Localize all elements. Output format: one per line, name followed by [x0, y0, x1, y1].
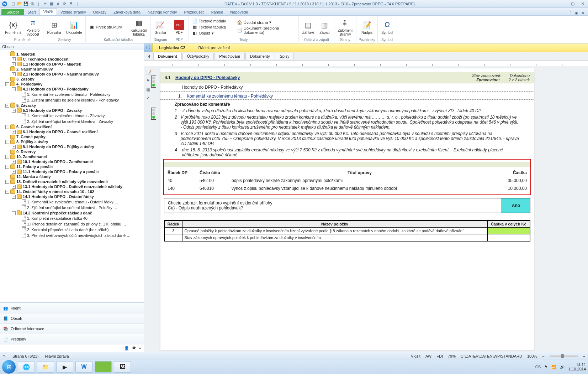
expand-icon[interactable]: +: [12, 185, 16, 189]
btn-prvek[interactable]: ▣Prvek struktury: [88, 24, 127, 30]
qat-cut-icon[interactable]: ✂: [43, 1, 48, 6]
nav-tool2-icon[interactable]: 🛠: [132, 346, 136, 350]
tree-item[interactable]: 2. Zjištění směřující ke sdělení kliento…: [1, 205, 143, 211]
tree-item[interactable]: −4.1 Hodnoty do DPPO - Pohledávky: [1, 87, 143, 92]
btn-uvod[interactable]: 🏠Úvodní strana ▾: [236, 20, 296, 25]
task-explorer[interactable]: 📁: [37, 361, 54, 373]
tab-vlozit[interactable]: Vložit: [39, 8, 57, 15]
tree-item[interactable]: +6.1 Hodnoty do DPPO - Časové rozlišení: [1, 129, 143, 134]
minimize-button[interactable]: —: [560, 1, 566, 6]
ribbon-close-icon[interactable]: ✕: [581, 11, 584, 15]
tray-sound-icon[interactable]: 🔊: [560, 365, 565, 369]
tab-odkazy[interactable]: Odkazy: [90, 9, 110, 15]
tree-item[interactable]: +10.1 Hodnoty do DPPO - Zaměstnanci: [1, 159, 143, 164]
tree-item[interactable]: +1.1 Hodnoty do DPPO - Majetek: [1, 62, 143, 67]
tab-prezkouset[interactable]: Přezkoušet: [180, 9, 207, 15]
tree-view[interactable]: 1. Majetek +C. Technické zhodnocení +1.1…: [0, 50, 144, 302]
collapse-icon[interactable]: −: [5, 125, 9, 129]
tree-item[interactable]: 1. Komentář ke zvolenému tématu - Závazk…: [1, 113, 143, 119]
collapse-icon[interactable]: −: [5, 140, 9, 144]
tray-network-icon[interactable]: 📶: [551, 365, 556, 369]
tree-item[interactable]: −8. Půjčky a úvěry: [1, 139, 143, 144]
tree-item[interactable]: +13.1 Hodnoty do DPPO - Daňově neuznatel…: [1, 184, 143, 189]
btn-textmod[interactable]: 📄Textové moduly: [191, 18, 234, 24]
tree-item[interactable]: 1.i Přenos detailních záznamů do přílohy…: [1, 221, 143, 227]
task-media[interactable]: ▶: [56, 361, 73, 373]
qat-list-icon[interactable]: ≣: [68, 1, 73, 6]
tab-vzhled[interactable]: Vzhled stránky: [57, 9, 90, 15]
tree-item[interactable]: +8.1 Hodnoty do DPPO - Půjčky a úvěry: [1, 144, 143, 149]
tab-napoveda[interactable]: Nápověda: [227, 9, 251, 15]
task-ie[interactable]: 🌐: [18, 361, 35, 373]
nav-expand-icon[interactable]: »: [139, 346, 141, 350]
zoom-in-icon[interactable]: +: [583, 354, 585, 358]
task-app-w[interactable]: W: [75, 361, 92, 373]
collapse-icon[interactable]: −: [5, 190, 9, 194]
tree-item[interactable]: −5.1 Hodnoty do DPPO - Závazky: [1, 108, 143, 113]
qat-hash-icon[interactable]: #: [55, 1, 60, 6]
tree-item[interactable]: 2. Kontrolní přepočet základu daně (bez …: [1, 227, 143, 233]
qat-save-icon[interactable]: 💾: [23, 1, 28, 6]
qat-print-icon[interactable]: 🖶: [30, 1, 35, 6]
doctab-spisy[interactable]: Spisy: [275, 53, 294, 59]
task-app-green[interactable]: [95, 361, 112, 373]
tree-item[interactable]: 2. Zjištění směřující ke sdělení kliento…: [1, 119, 143, 124]
collapse-icon[interactable]: −: [5, 165, 9, 169]
expand-icon[interactable]: +: [12, 170, 16, 174]
doctab-preuc[interactable]: Přeúčtování: [214, 53, 245, 59]
tab-nahled[interactable]: Náhled: [207, 9, 227, 15]
collapse-icon[interactable]: −: [5, 155, 9, 159]
tree-item[interactable]: 12. Manka a škody: [1, 174, 143, 179]
btn-pdf[interactable]: PDFPDF: [172, 19, 186, 35]
btn-zahlavi[interactable]: ▤Záhlaví: [301, 19, 316, 35]
tree-item[interactable]: −5. Závazky: [1, 103, 143, 108]
tree-item[interactable]: 1. Majetek: [1, 52, 143, 57]
collapse-icon[interactable]: −: [12, 87, 16, 91]
tree-item[interactable]: 2. Zjištění směřující ke sdělení kliento…: [1, 97, 143, 103]
document-area[interactable]: 📝 ⚑ ▦ ✔ 4.1 Hodnoty do DPPO - Pohledávky…: [144, 66, 588, 352]
tree-item[interactable]: −14.1 Hodnoty do DPPO - Ostatní řádky: [1, 194, 143, 199]
gutter-check-icon[interactable]: ✔: [146, 95, 152, 101]
tree-item[interactable]: −13. Daňově neuznatelné náklady výše neu…: [1, 179, 143, 184]
task-app-img[interactable]: 🖼: [114, 361, 131, 373]
expand-icon[interactable]: +: [12, 145, 16, 149]
expand-icon[interactable]: +: [12, 130, 16, 134]
tree-item[interactable]: −14.2 Kontrolní přepočet základu daně: [1, 211, 143, 215]
collapse-icon[interactable]: −: [12, 211, 16, 215]
tree-item[interactable]: 1. Komentář ke zvolenému tématu - Ostatn…: [1, 199, 143, 205]
close-button[interactable]: ✕: [579, 1, 586, 6]
btn-zapati[interactable]: ▥Zápatí: [318, 19, 332, 35]
expand-icon[interactable]: +: [12, 72, 16, 76]
gutter-sheet-icon[interactable]: ▦: [146, 87, 152, 93]
tree-item[interactable]: +C. Technické zhodnocení: [1, 57, 143, 62]
collapse-icon[interactable]: −: [5, 180, 9, 184]
btn-objekt[interactable]: ◧Objekt ▾: [191, 30, 234, 36]
ribbon-collapse-icon[interactable]: ˄: [570, 11, 572, 15]
btn-grafika[interactable]: 📈Grafika: [153, 19, 167, 35]
nav-odborne[interactable]: 📚Odborné informace: [0, 323, 144, 334]
tree-item[interactable]: −4. Pohledávky: [1, 82, 143, 87]
zoom-slider[interactable]: [550, 355, 578, 357]
tab-nastroje[interactable]: Nástroje kontroly: [144, 9, 181, 15]
expand-icon[interactable]: +: [12, 160, 16, 164]
qat-open-icon[interactable]: 📂: [17, 1, 22, 6]
nav-predlohy[interactable]: 📄Předlohy: [0, 334, 144, 344]
zoom-out-icon[interactable]: −: [542, 354, 544, 358]
tree-item[interactable]: −10. Zaměstnanci: [1, 154, 143, 159]
tree-item[interactable]: +11.1 Hodnoty do DPPO - Pokuty a penále: [1, 169, 143, 174]
doctab-dokumenty[interactable]: Dokumenty: [245, 53, 275, 59]
tree-item[interactable]: −6. Časové rozlišení: [1, 124, 143, 129]
qat-refresh-icon[interactable]: ⟳: [62, 1, 67, 6]
tree-item[interactable]: 7. Cenné papíry: [1, 134, 143, 139]
tab-zaverkova[interactable]: Závěrková data: [110, 9, 144, 15]
ano-button[interactable]: Ano: [502, 198, 530, 213]
tray-clock[interactable]: 14:11 1.10.2014: [568, 363, 586, 371]
btn-polepro[interactable]: πPole pro výpočet: [25, 17, 41, 37]
collapse-icon[interactable]: −: [5, 82, 9, 86]
qat-new-icon[interactable]: ▢: [11, 1, 16, 6]
btn-texttab[interactable]: ▦Textová tabulka: [191, 24, 234, 30]
tree-item[interactable]: 3. Zásoby: [1, 77, 143, 82]
nav-klienti[interactable]: 👥Klienti: [0, 303, 144, 313]
doctab-dokument[interactable]: Dokument: [153, 53, 182, 59]
doctab-ucty[interactable]: Účty/položky: [182, 53, 214, 59]
